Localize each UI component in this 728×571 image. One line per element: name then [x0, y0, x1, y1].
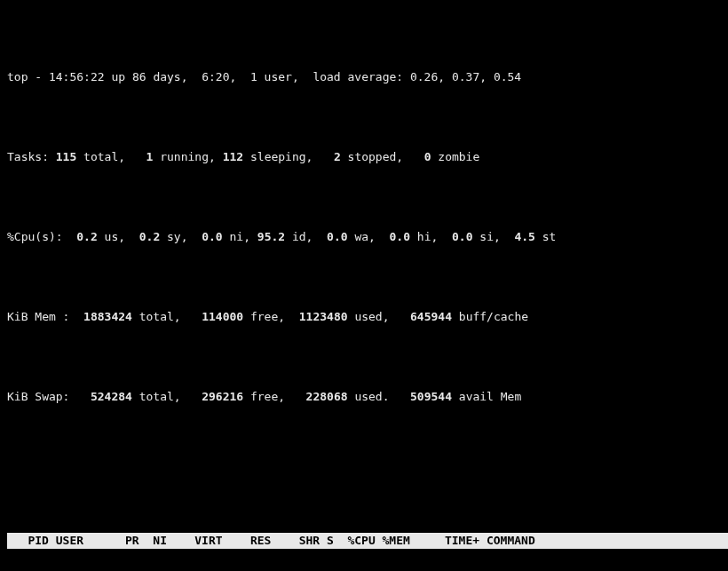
col-user: USER: [49, 533, 105, 549]
summary-line-mem: KiB Mem : 1883424 total, 114000 free, 11…: [7, 309, 721, 325]
col-shr: SHR: [271, 533, 320, 549]
summary-line-cpu: %Cpu(s): 0.2 us, 0.2 sy, 0.0 ni, 95.2 id…: [7, 229, 721, 245]
summary-line-swap: KiB Swap: 524284 total, 296216 free, 228…: [7, 389, 721, 405]
col-time: TIME+: [410, 533, 479, 549]
col-s: S: [320, 533, 340, 549]
col-pid: PID: [7, 533, 49, 549]
col-cmd: COMMAND: [479, 533, 535, 549]
col-cpu: %CPU: [341, 533, 376, 549]
summary-line-tasks: Tasks: 115 total, 1 running, 112 sleepin…: [7, 149, 721, 165]
col-pr: PR: [105, 533, 139, 549]
col-ni: NI: [139, 533, 167, 549]
summary-line-uptime: top - 14:56:22 up 86 days, 6:20, 1 user,…: [7, 69, 721, 85]
terminal[interactable]: top - 14:56:22 up 86 days, 6:20, 1 user,…: [0, 0, 728, 571]
col-mem: %MEM: [376, 533, 410, 549]
process-table-header: PIDUSERPRNIVIRTRESSHRS%CPU%MEMTIME+COMMA…: [7, 533, 721, 549]
blank-line: [7, 453, 721, 469]
col-res: RES: [223, 533, 272, 549]
col-virt: VIRT: [167, 533, 223, 549]
